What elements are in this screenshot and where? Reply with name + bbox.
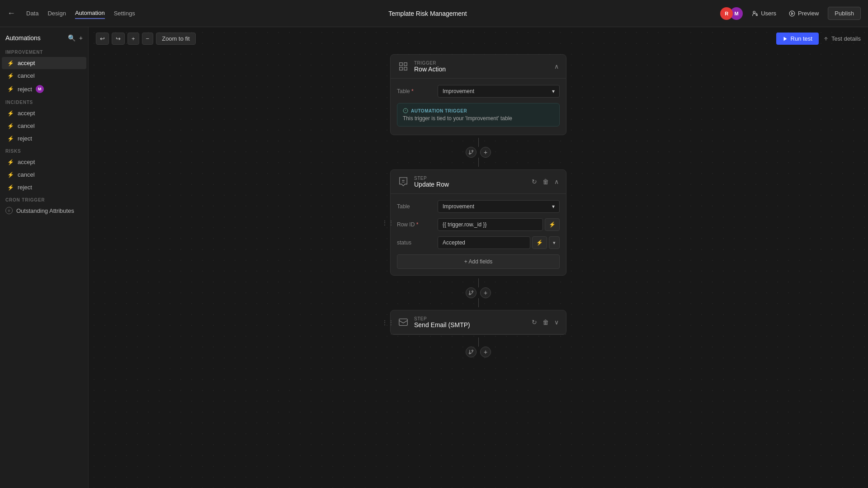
nav-automation[interactable]: Automation: [75, 8, 105, 19]
branch-button-2[interactable]: [466, 287, 476, 298]
zoom-in-button[interactable]: +: [127, 33, 139, 45]
step1-rowid-row: Row ID * {{ trigger.row._id }} ⚡: [397, 218, 560, 231]
drag-handle-2[interactable]: ⋮⋮: [382, 319, 394, 326]
connector-line-1b: [478, 158, 479, 167]
step2-card-header: Step Send Email (SMTP) ↻ 🗑 ∨: [391, 310, 566, 334]
undo-button[interactable]: ↩: [96, 33, 109, 45]
add-automation-button[interactable]: +: [79, 34, 83, 42]
sidebar-title: Automations: [5, 34, 41, 42]
trigger-table-select[interactable]: Improvement ▾: [438, 85, 560, 98]
avatar-r: R: [720, 7, 733, 20]
run-test-label: Run test: [791, 35, 812, 42]
step1-card: ⋮⋮ Step Update Row: [390, 169, 566, 276]
step2-card-labels: Step Send Email (SMTP): [414, 316, 470, 328]
step1-status-chevron-button[interactable]: ▾: [549, 236, 560, 249]
main-canvas: ↩ ↪ + − Zoom to fit Run test Test detail…: [89, 27, 868, 488]
add-step-button-3[interactable]: +: [480, 347, 491, 357]
zoom-out-button[interactable]: −: [142, 33, 154, 45]
users-button[interactable]: Users: [748, 8, 780, 19]
add-step-button-1[interactable]: +: [480, 147, 491, 158]
delete-step1-button[interactable]: 🗑: [542, 177, 550, 186]
step2-card-header-left: Step Send Email (SMTP): [397, 316, 470, 328]
trigger-card-header-left: Trigger Row Action: [397, 60, 446, 73]
refresh-step2-button[interactable]: ↻: [531, 318, 538, 327]
sidebar-item-outstanding-attributes[interactable]: ○ Outstanding Attributes: [0, 204, 88, 217]
connector-line-3: [478, 338, 479, 347]
nav-settings[interactable]: Settings: [114, 8, 135, 19]
sidebar: Automations 🔍 + IMPROVEMENT ⚡ accept ⚡ c…: [0, 27, 89, 488]
sidebar-item-improvement-accept[interactable]: ⚡ accept: [2, 57, 86, 69]
connector-2: +: [466, 276, 491, 310]
row-icon: ⚡: [7, 123, 14, 129]
step1-table-select[interactable]: Improvement ▾: [438, 200, 560, 213]
sidebar-item-risks-cancel[interactable]: ⚡ cancel: [2, 169, 86, 181]
add-step-button-2[interactable]: +: [480, 287, 491, 298]
zoom-fit-button[interactable]: Zoom to fit: [156, 33, 195, 45]
step2-icon: [397, 316, 410, 328]
item-label: cancel: [18, 171, 35, 178]
step1-card-header: Step Update Row ↻ 🗑 ∧: [391, 170, 566, 194]
refresh-step1-button[interactable]: ↻: [531, 177, 538, 186]
canvas-toolbar: ↩ ↪ + − Zoom to fit: [96, 33, 196, 45]
step1-status-lightning-button[interactable]: ⚡: [532, 236, 547, 249]
item-label: reject: [18, 184, 32, 191]
trigger-card-body: Table * Improvement ▾ AUTOMATION TRIGGER: [391, 79, 566, 135]
step1-table-row: Table Improvement ▾: [397, 200, 560, 213]
row-icon: ⚡: [7, 86, 14, 92]
step1-rowid-input[interactable]: {{ trigger.row._id }}: [438, 218, 543, 231]
sidebar-header-actions: 🔍 +: [68, 34, 83, 42]
connector-actions-3: +: [466, 347, 491, 357]
publish-button[interactable]: Publish: [828, 7, 861, 20]
step1-status-input-group: Accepted ⚡ ▾: [438, 236, 560, 249]
step1-card-labels: Step Update Row: [414, 176, 449, 188]
collapse-step1-button[interactable]: ∧: [553, 177, 560, 186]
step1-status-select[interactable]: Accepted: [438, 236, 530, 249]
svg-point-0: [753, 11, 755, 13]
sidebar-item-improvement-reject[interactable]: ⚡ reject M: [2, 82, 86, 96]
branch-button-1[interactable]: [466, 147, 476, 158]
item-label: Outstanding Attributes: [16, 207, 74, 214]
nav-data[interactable]: Data: [26, 8, 38, 19]
step1-status-row: status Accepted ⚡ ▾: [397, 236, 560, 249]
svg-marker-3: [783, 37, 787, 41]
sidebar-item-incidents-accept[interactable]: ⚡ accept: [2, 107, 86, 119]
back-button[interactable]: ←: [7, 9, 15, 18]
sidebar-item-incidents-cancel[interactable]: ⚡ cancel: [2, 120, 86, 132]
section-incidents: INCIDENTS: [0, 96, 88, 107]
preview-button[interactable]: Preview: [785, 8, 822, 19]
step1-status-value: Accepted: [443, 239, 465, 246]
row-icon: ⚡: [7, 159, 14, 165]
sidebar-item-risks-accept[interactable]: ⚡ accept: [2, 156, 86, 168]
branch-button-3[interactable]: [466, 347, 476, 357]
users-label: Users: [761, 10, 776, 17]
row-icon: ⚡: [7, 172, 14, 178]
sidebar-item-incidents-reject[interactable]: ⚡ reject: [2, 132, 86, 145]
nav-design[interactable]: Design: [47, 8, 66, 19]
add-fields-button[interactable]: + Add fields: [397, 254, 560, 269]
step2-label-big: Send Email (SMTP): [414, 321, 470, 328]
connector-1: +: [466, 135, 491, 169]
delete-step2-button[interactable]: 🗑: [542, 318, 550, 327]
step1-icon: [397, 175, 410, 188]
search-icon[interactable]: 🔍: [68, 34, 75, 42]
run-test-button[interactable]: Run test: [776, 33, 819, 45]
trigger-card: Trigger Row Action ∧ Table *: [390, 54, 566, 135]
test-details-button[interactable]: Test details: [823, 35, 861, 42]
drag-handle-1[interactable]: ⋮⋮: [382, 219, 394, 226]
sidebar-item-risks-reject[interactable]: ⚡ reject: [2, 181, 86, 193]
redo-button[interactable]: ↪: [112, 33, 125, 45]
right-actions: R M Users Preview Publish: [720, 7, 861, 20]
item-label: reject: [18, 135, 32, 142]
nav-links: Data Design Automation Settings: [26, 8, 135, 19]
section-cron: CRON TRIGGER: [0, 194, 88, 204]
info-box-text: This trigger is tied to your 'Improvemen…: [403, 115, 554, 122]
trigger-card-header-right: ∧: [553, 62, 560, 71]
collapse-step2-button[interactable]: ∨: [553, 318, 560, 327]
collapse-trigger-button[interactable]: ∧: [553, 62, 560, 71]
canvas-actions: Run test Test details: [776, 33, 861, 45]
trigger-label-small: Trigger: [414, 61, 446, 66]
svg-rect-11: [399, 319, 407, 326]
step1-rowid-lightning-button[interactable]: ⚡: [545, 218, 560, 231]
svg-marker-2: [792, 12, 793, 14]
sidebar-item-improvement-cancel[interactable]: ⚡ cancel: [2, 70, 86, 82]
